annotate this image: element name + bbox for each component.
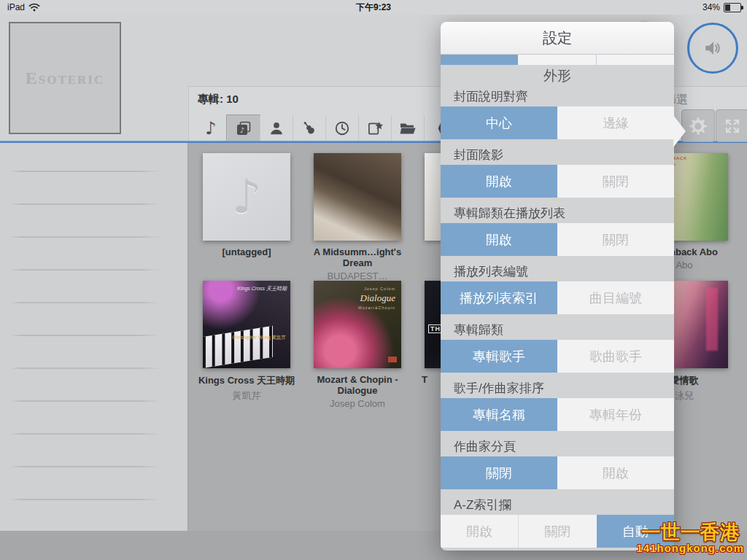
- status-bar: iPad 下午9:23 34%: [0, 0, 747, 15]
- album-item[interactable]: ♪ [untagged]: [191, 153, 302, 257]
- cover-art-strip: [706, 288, 718, 351]
- album-stack-icon: ♪: [235, 120, 252, 137]
- music-note-icon: ♪: [205, 120, 216, 137]
- segment-option[interactable]: 專輯歌手: [441, 340, 557, 373]
- setting-row-playlist-numbering: 播放列表編號 播放列表索引 曲目編號: [441, 262, 674, 314]
- album-title: A Midsumm…ight's Dream: [302, 246, 413, 268]
- album-item[interactable]: A Midsumm…ight's Dream BUDAPEST…ORCHESTR…: [302, 153, 413, 292]
- segment-option[interactable]: 邊緣: [557, 106, 674, 139]
- album-cover: ♪: [203, 153, 290, 241]
- list-divider: [10, 400, 160, 402]
- segment-option[interactable]: 專輯年份: [557, 398, 674, 431]
- segment-option[interactable]: 專輯名稱: [441, 398, 557, 431]
- clock-label: 下午9:23: [0, 1, 747, 14]
- setting-label: 專輯歸類: [441, 320, 674, 340]
- cover-text: Christopher Wong 黃凱芹: [216, 335, 286, 341]
- setting-label: 播放列表編號: [441, 262, 674, 281]
- album-item[interactable]: Kings Cross 天王時期 Christopher Wong 黃凱芹 Ki…: [191, 281, 302, 402]
- list-divider: [10, 466, 160, 467]
- cover-text: Kings Cross 天王時期: [234, 285, 287, 292]
- cover-text: Josep Colom: [364, 287, 395, 291]
- list-divider: [10, 335, 160, 336]
- logo-text: Esoteric: [26, 69, 105, 88]
- page-tab-2[interactable]: [518, 55, 595, 65]
- person-icon: [268, 120, 285, 136]
- watermark-line1: 一世一香港: [636, 522, 744, 542]
- album-artist: Josep Colom: [302, 398, 413, 409]
- segment-option[interactable]: 開啟: [441, 223, 557, 256]
- album-title: [untagged]: [191, 246, 302, 257]
- tab-folders[interactable]: [391, 115, 424, 141]
- battery-icon: [724, 3, 741, 12]
- setting-label: 歌手/作曲家排序: [441, 378, 674, 398]
- list-divider: [10, 368, 160, 369]
- settings-button[interactable]: [681, 109, 715, 142]
- segment-option[interactable]: 開啟: [441, 165, 557, 198]
- segment-option[interactable]: 中心: [441, 106, 557, 139]
- segment-option[interactable]: 關閉: [518, 515, 596, 548]
- setting-label: A-Z索引攔: [441, 495, 674, 515]
- guitar-icon: [301, 120, 317, 136]
- setting-label: 專輯歸類在播放列表: [441, 203, 674, 223]
- cover-text: Dialogue: [360, 292, 395, 304]
- popover-arrow: [673, 115, 686, 147]
- fullscreen-button[interactable]: [716, 109, 747, 142]
- settings-page-indicator[interactable]: [441, 55, 674, 65]
- battery-percent-label: 34%: [703, 2, 720, 12]
- svg-text:♪: ♪: [240, 126, 244, 134]
- section-title: 外形: [441, 65, 674, 87]
- list-divider: [10, 433, 160, 435]
- segment-option[interactable]: 播放列表索引: [441, 281, 557, 314]
- album-cover: Kings Cross 天王時期 Christopher Wong 黃凱芹: [203, 281, 290, 368]
- album-item[interactable]: Josep Colom Dialogue Mozart&Chopin Mozar…: [302, 281, 413, 409]
- setting-row-composer-tab: 作曲家分頁 關閉 開啟: [441, 437, 674, 489]
- segment-option[interactable]: 曲目編號: [557, 281, 674, 314]
- esoteric-logo: Esoteric: [9, 22, 121, 134]
- setting-row-cover-caption-align: 封面說明對齊 中心 邊緣: [441, 87, 674, 139]
- tab-albums[interactable]: ♪: [227, 115, 260, 141]
- music-note-icon: ♪: [232, 170, 262, 224]
- watermark-line2: 141hongkong.com: [636, 542, 744, 554]
- speaker-icon: [703, 39, 722, 58]
- setting-label: 作曲家分頁: [441, 437, 674, 456]
- tab-genres[interactable]: [293, 115, 325, 141]
- album-cover: Josep Colom Dialogue Mozart&Chopin: [314, 281, 401, 368]
- settings-popover: 設定 外形 封面說明對齊 中心 邊緣 封面陰影 開啟 關閉 專輯歸類在播放列表 …: [441, 22, 674, 551]
- segment-option[interactable]: 關閉: [441, 456, 557, 489]
- setting-label: 封面說明對齊: [441, 87, 674, 106]
- tab-recent[interactable]: [325, 115, 358, 141]
- album-artist: 黃凱芹: [191, 389, 302, 402]
- settings-title: 設定: [441, 22, 674, 55]
- list-divider: [10, 499, 160, 500]
- segment-option[interactable]: 歌曲歌手: [557, 340, 674, 373]
- expand-arrows-icon: [724, 117, 741, 135]
- album-cover: [314, 153, 401, 241]
- setting-label: 封面陰影: [441, 145, 674, 165]
- tab-playlists[interactable]: [358, 115, 391, 141]
- segment-option[interactable]: 關閉: [557, 223, 674, 256]
- album-count-label: 專輯: 10: [198, 93, 239, 106]
- page-tab-1[interactable]: [441, 55, 518, 65]
- list-divider: [10, 171, 160, 172]
- sidebar-list[interactable]: [0, 143, 188, 531]
- setting-row-album-grouping: 專輯歸類 專輯歌手 歌曲歌手: [441, 320, 674, 373]
- segment-option[interactable]: 開啟: [441, 515, 518, 548]
- playlist-star-icon: [367, 120, 384, 137]
- view-tabs: ♪ ♪: [195, 115, 457, 141]
- album-title: Kings Cross 天王時期: [191, 374, 302, 387]
- list-divider: [10, 236, 160, 238]
- list-divider: [10, 203, 160, 205]
- folder-icon: [399, 120, 417, 137]
- album-title: Mozart & Chopin - Dialogue: [302, 374, 413, 396]
- list-divider: [10, 269, 160, 271]
- segment-option[interactable]: 關閉: [557, 165, 674, 198]
- tab-artists[interactable]: [260, 115, 293, 141]
- piano-keys-art: [203, 326, 273, 368]
- page-tab-3[interactable]: [596, 55, 674, 65]
- tab-songs[interactable]: ♪: [195, 115, 227, 141]
- list-divider: [10, 302, 160, 303]
- label-mark: [388, 357, 397, 362]
- segment-option[interactable]: 開啟: [557, 456, 674, 489]
- site-watermark: 一世一香港 141hongkong.com: [636, 522, 744, 554]
- volume-button[interactable]: [687, 23, 738, 74]
